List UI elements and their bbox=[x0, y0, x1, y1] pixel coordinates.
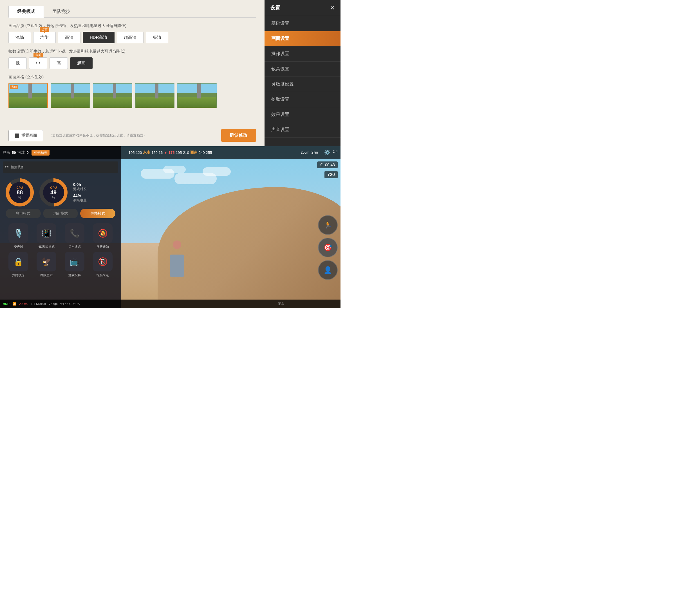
battery-val: 44% bbox=[73, 194, 87, 198]
qa-vibration-label: 4D游戏振感 bbox=[38, 245, 55, 249]
style-thumb-1[interactable]: 当前 bbox=[8, 83, 48, 108]
compass-southwest: 西南 bbox=[190, 150, 198, 155]
qa-notify-icon[interactable]: 🔕 bbox=[93, 223, 112, 243]
compass-direction: 东南 bbox=[143, 150, 150, 155]
quality-btn-hdr[interactable]: HDR高清 bbox=[83, 32, 115, 43]
quality-btn-hd[interactable]: 高清 bbox=[58, 32, 80, 43]
compass-240: 240 bbox=[199, 151, 205, 155]
fps-btn-ultra[interactable]: 超高 bbox=[70, 57, 93, 69]
game-area: 剩余 59 淘汰 0 和平精英 105 120 东南 150 16 ▼ 175 … bbox=[0, 146, 340, 308]
eliminate-val: 0 bbox=[26, 151, 28, 155]
close-button[interactable]: ✕ bbox=[330, 4, 335, 11]
qa-cast: 📺 游戏投屏 bbox=[62, 252, 87, 277]
hud-right-icons: ⚙️ 2 4 bbox=[324, 149, 338, 156]
gauges-row: CPU 88 % GPU 49 % bbox=[3, 176, 118, 206]
cpu-unit: % bbox=[18, 196, 21, 199]
cpu-val: 88 bbox=[17, 189, 23, 196]
game-timer: ⏱ 00:43 bbox=[317, 161, 338, 168]
quality-btn-extreme[interactable]: 极清 bbox=[146, 32, 168, 43]
qa-lock-icon[interactable]: 🔒 bbox=[8, 252, 28, 272]
fps-btn-mid[interactable]: 当前 中 bbox=[29, 57, 47, 69]
cpu-gauge: CPU 88 % bbox=[6, 178, 34, 206]
hud-compass: 105 120 东南 150 16 ▼ 175 195 210 西南 240 2… bbox=[129, 150, 212, 155]
quality-btn-balanced[interactable]: 当前 均衡 bbox=[33, 32, 56, 43]
battery-label: 剩余电量 bbox=[73, 198, 87, 203]
cpu-label: CPU bbox=[16, 186, 23, 189]
qa-lock: 🔒 方向锁定 bbox=[6, 252, 31, 277]
compass-16: 16 bbox=[159, 151, 163, 155]
survive-label: 剩余 bbox=[3, 150, 10, 155]
fps-btn-low[interactable]: 低 bbox=[8, 57, 27, 69]
qa-cast-icon[interactable]: 📺 bbox=[65, 252, 84, 272]
mode-tag: 和平精英 bbox=[31, 150, 50, 156]
compass-255: 255 bbox=[206, 151, 212, 155]
reset-icon: ⬛ bbox=[14, 133, 19, 138]
sidebar-item-display[interactable]: 画面设置 bbox=[264, 31, 340, 46]
qa-voice-icon[interactable]: 🎙️ bbox=[8, 223, 28, 243]
qa-voice-label: 变声器 bbox=[14, 245, 23, 249]
minimap-icon: 🗺 bbox=[5, 165, 8, 169]
sidebar-item-vehicle[interactable]: 载具设置 bbox=[264, 61, 340, 77]
tower-icon bbox=[113, 83, 116, 99]
qa-eagle-label: 鹰眼显示 bbox=[40, 273, 53, 277]
reset-button[interactable]: ⬛ 重置画面 bbox=[8, 130, 43, 141]
char-body bbox=[170, 255, 184, 277]
qa-reject-icon[interactable]: 📵 bbox=[93, 252, 112, 272]
mode-perf-btn[interactable]: 性能模式 bbox=[80, 209, 116, 218]
minimap-strip: 🗺 拾捡装备 bbox=[3, 161, 118, 173]
status-normal: 正常 bbox=[278, 302, 284, 306]
char-head bbox=[173, 240, 181, 249]
mode-balance-btn[interactable]: 均衡模式 bbox=[43, 209, 78, 218]
minimap-placeholder: 拾捡装备 bbox=[11, 165, 24, 170]
qa-notify-label: 屏蔽通知 bbox=[97, 245, 109, 249]
status-hdr: HDR bbox=[3, 302, 9, 306]
style-thumb-5[interactable] bbox=[177, 83, 217, 108]
sidebar-item-control[interactable]: 操作设置 bbox=[264, 46, 340, 61]
style-thumb-3[interactable] bbox=[93, 83, 132, 108]
hud-top-bar: 剩余 59 淘汰 0 和平精英 105 120 东南 150 16 ▼ 175 … bbox=[0, 146, 340, 159]
qa-eagle-icon[interactable]: 🦅 bbox=[36, 252, 56, 272]
gpu-unit: % bbox=[52, 196, 55, 199]
qa-lock-label: 方向锁定 bbox=[12, 273, 24, 277]
dist2: 27m bbox=[311, 151, 318, 154]
hud-dist: 260m 27m bbox=[301, 151, 318, 154]
dist1: 260m bbox=[301, 151, 309, 154]
cloud-2 bbox=[163, 166, 186, 173]
qa-call-icon[interactable]: 📞 bbox=[65, 223, 84, 243]
qa-notify: 🔕 屏蔽通知 bbox=[90, 223, 116, 249]
sidebar-item-basic[interactable]: 基础设置 bbox=[264, 16, 340, 31]
sidebar-item-sensitivity[interactable]: 灵敏度设置 bbox=[264, 77, 340, 92]
confirm-button[interactable]: 确认修改 bbox=[221, 129, 256, 142]
sidebar-item-pickup[interactable]: 拾取设置 bbox=[264, 92, 340, 107]
sidebar-item-audio[interactable]: 声音设置 bbox=[264, 122, 340, 137]
tab-team[interactable]: 团队竞技 bbox=[44, 6, 79, 18]
tab-classic[interactable]: 经典模式 bbox=[8, 6, 44, 18]
right-hud: ⏱ 00:43 720 bbox=[284, 159, 340, 181]
action-btn-shoot[interactable]: 🎯 bbox=[318, 238, 338, 257]
qa-vibration-icon[interactable]: 📳 bbox=[36, 223, 56, 243]
action-bar: ⬛ 重置画面 （若画面设置后游戏体验不佳，或需恢复默认设置，请重置画面） 确认修… bbox=[0, 125, 264, 146]
action-btn-1[interactable]: 🏃 bbox=[318, 215, 338, 235]
action-btn-prone[interactable]: 👤 bbox=[318, 260, 338, 280]
fps-btn-high[interactable]: 高 bbox=[50, 57, 68, 69]
tower-icon bbox=[197, 83, 201, 99]
style-thumb-2[interactable] bbox=[51, 83, 90, 108]
status-bar: HDR 📶 20 ms 111130199 · VpYgc · V4-4s-CD… bbox=[0, 300, 340, 308]
style-thumb-4[interactable] bbox=[135, 83, 174, 108]
compass-150: 150 bbox=[151, 151, 158, 155]
settings-icon[interactable]: ⚙️ bbox=[324, 149, 330, 156]
hint-text: （若画面设置后游戏体验不佳，或需恢复默认设置，请重置画面） bbox=[49, 133, 216, 138]
mode-buttons: 省电模式 均衡模式 性能模式 bbox=[3, 206, 118, 221]
style-current-badge: 当前 bbox=[10, 85, 18, 89]
game-time-val: 0.0h bbox=[73, 182, 87, 187]
gpu-label: GPU bbox=[50, 186, 57, 189]
status-ping: 20 ms bbox=[19, 302, 28, 306]
compass-175: ▼ 175 bbox=[164, 151, 174, 155]
action-buttons: 🏃 🎯 👤 bbox=[318, 215, 338, 280]
mode-save-btn[interactable]: 省电模式 bbox=[6, 209, 41, 218]
quality-section: 画面品质 (立即生效，若运行卡顿、发热量和耗电量过大可适当降低) 流畅 当前 均… bbox=[8, 23, 256, 43]
quality-btn-smooth[interactable]: 流畅 bbox=[8, 32, 31, 43]
gpu-gauge: GPU 49 % bbox=[40, 178, 68, 206]
quality-btn-ultra[interactable]: 超高清 bbox=[117, 32, 144, 43]
sidebar-item-effects[interactable]: 效果设置 bbox=[264, 107, 340, 122]
